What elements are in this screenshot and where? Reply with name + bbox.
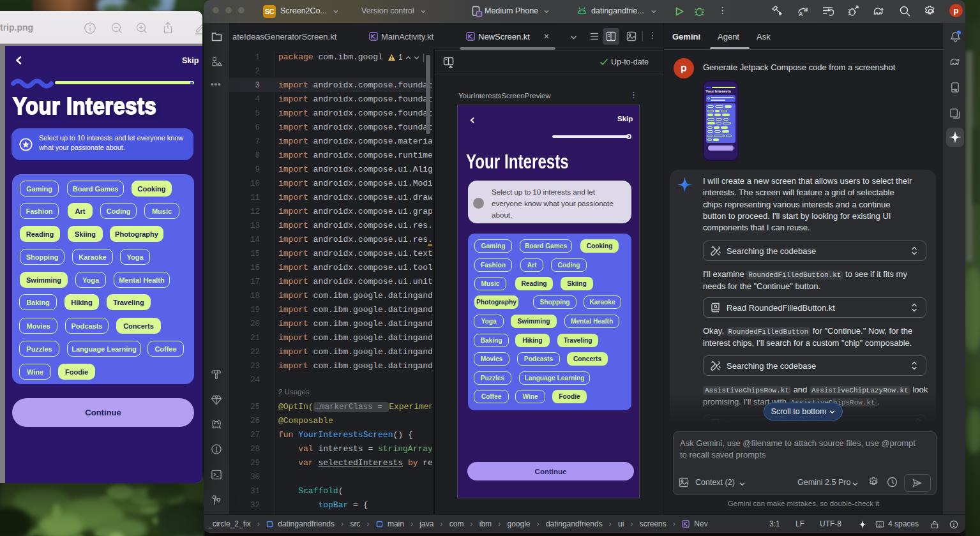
svg-text:A: A (799, 11, 803, 17)
